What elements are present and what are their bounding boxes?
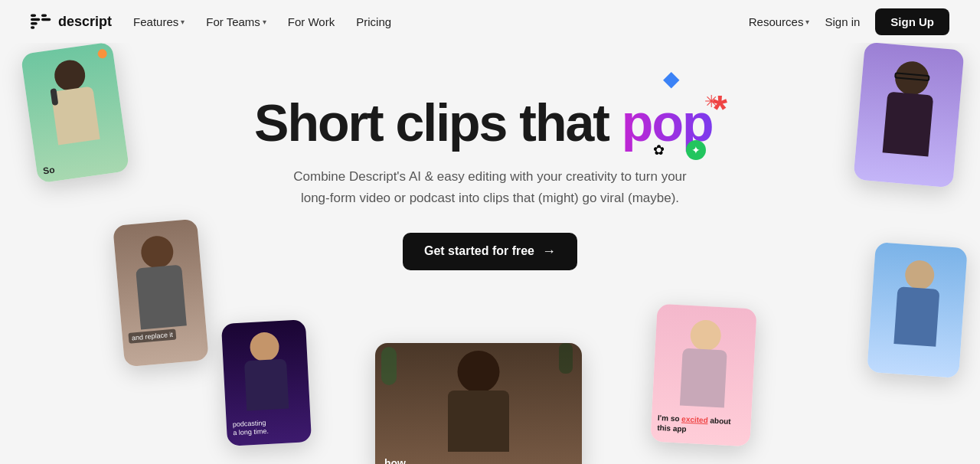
hero-section: Short clips that pop* ◆ ✳ ✿ ✦ Combine De… [254,43,726,270]
nav-right: Resources ▾ Sign in Sign Up [749,8,949,35]
logo-text: descript [58,14,112,30]
hero-subtitle: Combine Descript's AI & easy editing wit… [283,166,697,207]
for-teams-chevron: ▾ [263,18,266,26]
svg-rect-3 [31,26,34,29]
nav-for-teams[interactable]: For Teams ▾ [206,15,266,28]
card-1-label: So [42,164,55,176]
main-content: Short clips that pop* ◆ ✳ ✿ ✦ Combine De… [0,0,980,464]
card-4-label: how [384,457,406,464]
hero-title-part1: Short clips that [254,93,622,152]
cta-arrow-icon: → [542,243,556,260]
video-card-2: and replace it [113,219,209,368]
resources-chevron: ▾ [805,18,809,26]
card-2-photo [113,219,209,368]
navbar: descript Features ▾ For Teams ▾ For Work… [0,0,980,43]
video-card-6 [853,42,964,188]
svg-rect-5 [41,18,51,21]
cta-button[interactable]: Get started for free → [403,233,577,270]
nav-features[interactable]: Features ▾ [133,15,185,28]
sign-up-button[interactable]: Sign Up [875,8,949,35]
card-7-photo [867,242,968,378]
hero-title: Short clips that pop* [254,89,726,151]
nav-for-work[interactable]: For Work [288,15,335,28]
card-6-photo [853,42,964,188]
nav-resources[interactable]: Resources ▾ [749,15,810,28]
sign-in-link[interactable]: Sign in [825,15,860,28]
logo[interactable]: descript [31,14,112,30]
video-card-4: how [375,343,582,464]
card-3-label: podcasting a long time. [233,419,270,439]
card-4-photo [375,343,582,464]
card-5-highlight: excited [681,415,708,425]
svg-rect-4 [41,14,47,17]
video-card-1: So [21,41,129,183]
nav-left: descript Features ▾ For Teams ▾ For Work… [31,14,391,30]
video-card-5: I'm so excited about this app [650,304,756,447]
hero-pop-word: pop [622,93,713,152]
hero-asterisk: * [712,88,725,131]
blue-diamond-sparkle: ◆ [663,66,680,91]
svg-rect-2 [31,22,38,25]
card-1-photo [21,41,129,183]
card-1-orange-dot [97,49,108,60]
video-card-7 [867,242,968,378]
video-card-3: podcasting a long time. [221,319,312,446]
features-chevron: ▾ [181,18,185,26]
nav-pricing[interactable]: Pricing [356,15,391,28]
descript-logo-icon [31,14,52,29]
svg-rect-0 [31,14,36,17]
svg-rect-1 [31,18,40,21]
